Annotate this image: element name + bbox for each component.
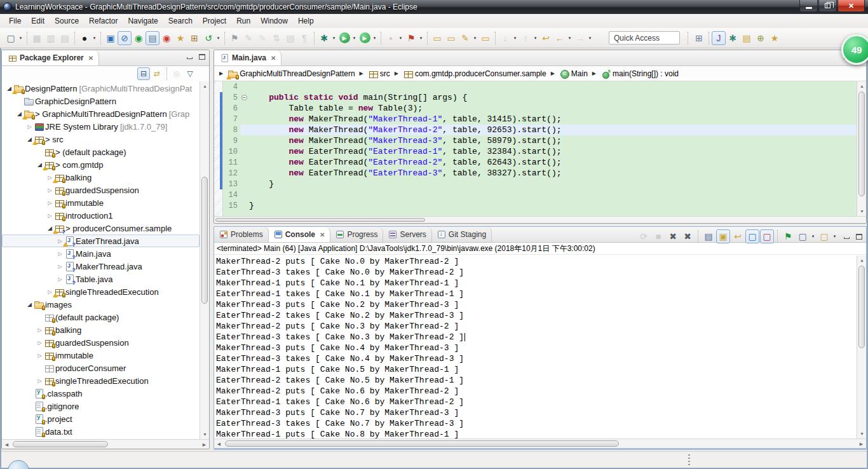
- scrollbar-thumb[interactable]: [215, 218, 425, 222]
- menu-file[interactable]: File: [4, 15, 26, 27]
- new-wizard-icon[interactable]: ▢: [4, 31, 18, 45]
- team-perspective-icon[interactable]: ★: [768, 31, 782, 45]
- scroll-left-icon[interactable]: ◀: [214, 439, 224, 449]
- tree-item-makerthread.java[interactable]: ▷?MakerThread.java: [2, 260, 200, 273]
- profile-dropdown-icon[interactable]: ▾: [418, 36, 424, 41]
- collapsed-arrow-icon[interactable]: ▷: [46, 200, 54, 206]
- open-type-icon[interactable]: ★: [173, 31, 187, 45]
- tree-item-com.gmtdp[interactable]: ◢> com.gmtdp: [2, 158, 200, 171]
- scroll-down-icon[interactable]: ▼: [857, 207, 867, 216]
- collapsed-arrow-icon[interactable]: ▷: [36, 353, 44, 358]
- back-dropdown-icon[interactable]: ▾: [567, 36, 573, 41]
- menu-refactor[interactable]: Refactor: [84, 15, 123, 27]
- open-resource-icon[interactable]: ▭: [430, 31, 444, 45]
- code-line-4[interactable]: 4: [214, 81, 857, 92]
- package-explorer-tree[interactable]: ◢DesignPattern[GraphicMultiThreadDesignP…: [2, 81, 200, 439]
- tree-item-singlethreadedexecution[interactable]: ▷singleThreadedExecution: [2, 374, 200, 387]
- collapsed-arrow-icon[interactable]: ▷: [36, 327, 44, 333]
- tab-close-icon[interactable]: ✕: [320, 231, 325, 238]
- explorer-horizontal-scrollbar[interactable]: ◀ ▶: [2, 439, 209, 449]
- menu-run[interactable]: Run: [231, 15, 255, 27]
- scrollbar-thumb[interactable]: [201, 177, 208, 304]
- tree-item-table.java[interactable]: ▷?Table.java: [2, 273, 200, 285]
- open-file-icon[interactable]: ▭: [478, 31, 492, 45]
- collapsed-arrow-icon[interactable]: ▷: [56, 251, 64, 257]
- scroll-lock-icon[interactable]: ▣: [716, 229, 730, 243]
- git-perspective-icon[interactable]: ⊕: [754, 31, 768, 45]
- collapsed-arrow-icon[interactable]: ▷: [56, 264, 64, 269]
- scroll-left-icon[interactable]: ◀: [2, 440, 11, 449]
- open-console-dropdown-icon[interactable]: ▾: [832, 234, 837, 239]
- resource-perspective-icon[interactable]: ▤: [740, 31, 754, 45]
- tab-close-icon[interactable]: ✕: [271, 55, 276, 62]
- code-line-15[interactable]: 15}: [214, 200, 857, 211]
- breadcrumb-item[interactable]: main(String[]) : void: [599, 68, 681, 79]
- menu-window[interactable]: Window: [255, 15, 293, 27]
- java-perspective-icon[interactable]: J: [712, 31, 726, 45]
- collapsed-arrow-icon[interactable]: ▷: [36, 378, 44, 384]
- tree-item-default-package[interactable]: (default package): [2, 311, 200, 323]
- collapsed-arrow-icon[interactable]: ▷: [46, 187, 54, 193]
- show-stdout-icon[interactable]: ▢: [745, 229, 759, 243]
- debug-perspective-icon[interactable]: ✱: [726, 31, 740, 45]
- code-line-11[interactable]: 11 new EaterThread("EaterThread-2", tabl…: [214, 157, 857, 168]
- tree-item-src[interactable]: ◢> src: [2, 133, 200, 146]
- garbage-collect-dropdown-icon[interactable]: ▾: [215, 36, 221, 41]
- garbage-collect-icon[interactable]: ↺: [201, 31, 215, 45]
- tree-item-images[interactable]: ◢images: [2, 298, 200, 311]
- user-profile-dropdown-icon[interactable]: ▾: [92, 36, 97, 41]
- last-edit-location-icon[interactable]: ↩: [539, 31, 553, 45]
- tab-progress[interactable]: Progress: [330, 227, 383, 242]
- overlay-badge[interactable]: 49: [841, 34, 868, 65]
- collapsed-arrow-icon[interactable]: ▷: [25, 124, 34, 130]
- breadcrumb-item[interactable]: GraphicMultiThreadDesignPattern: [226, 68, 356, 79]
- minimize-button[interactable]: [799, 0, 818, 12]
- pointer-mode-icon[interactable]: ⊘: [118, 31, 132, 45]
- tree-item-producerconsumer.sample[interactable]: ◢?> producerConsumer.sample: [2, 222, 200, 234]
- fold-minus-icon[interactable]: −: [241, 95, 247, 100]
- view-minimize-button[interactable]: [185, 53, 194, 61]
- code-line-13[interactable]: 13 }: [214, 179, 857, 189]
- fold-collapse-icon[interactable]: −: [240, 92, 249, 103]
- clear-console-icon[interactable]: ▤: [702, 229, 715, 243]
- collapsed-arrow-icon[interactable]: ▷: [56, 276, 64, 282]
- coverage-icon[interactable]: ▶: [358, 31, 372, 45]
- scrollbar-thumb[interactable]: [858, 266, 865, 348]
- code-line-12[interactable]: 12 new EaterThread("EaterThread-3", tabl…: [214, 168, 857, 179]
- profile-icon[interactable]: ⚑: [404, 31, 418, 45]
- scroll-right-icon[interactable]: ▶: [857, 439, 866, 449]
- run-icon[interactable]: ▶: [337, 31, 351, 45]
- next-annotation-dropdown-icon[interactable]: ▾: [512, 36, 518, 41]
- console-vertical-scrollbar[interactable]: ▲ ▼: [857, 255, 866, 438]
- tree-item-main.java[interactable]: ▷?Main.java: [2, 247, 200, 260]
- tree-item-eaterthread.java[interactable]: ▷?EaterThread.java: [2, 234, 200, 247]
- toggle-mark-occurrences-dropdown-icon[interactable]: ▾: [472, 36, 478, 41]
- tree-item-immutable[interactable]: ▷immutable: [2, 349, 200, 362]
- view-maximize-button[interactable]: [198, 53, 207, 61]
- tree-item-graphicmultithreaddesignpattern[interactable]: ◢> GraphicMultiThreadDesignPattern[Grap: [2, 107, 200, 120]
- console-minimize-button[interactable]: [842, 233, 851, 241]
- menu-edit[interactable]: Edit: [26, 15, 50, 27]
- remove-launch-icon[interactable]: ✖: [666, 229, 680, 243]
- word-wrap-icon[interactable]: ↩: [731, 229, 745, 243]
- code-editor[interactable]: 45− public static void main(String[] arg…: [214, 81, 857, 216]
- show-view-icon[interactable]: ▤: [146, 31, 159, 45]
- run-dropdown-icon[interactable]: ▾: [351, 36, 357, 41]
- profile-mode-icon[interactable]: ◉: [159, 31, 173, 45]
- collapsed-arrow-icon[interactable]: ▷: [46, 213, 54, 219]
- restore-button[interactable]: [818, 0, 837, 12]
- display-console-dropdown-icon[interactable]: ▾: [810, 234, 816, 239]
- show-stderr-icon[interactable]: ▢: [760, 229, 774, 243]
- open-task-icon[interactable]: ▭: [444, 31, 458, 45]
- menu-source[interactable]: Source: [50, 15, 84, 27]
- coverage-dropdown-icon[interactable]: ▾: [372, 36, 377, 41]
- toggle-mark-occurrences-icon[interactable]: ✎: [458, 31, 472, 45]
- link-with-editor-icon[interactable]: ⇄: [151, 67, 163, 80]
- collapsed-arrow-icon[interactable]: ▷: [36, 340, 44, 346]
- scroll-down-icon[interactable]: ▼: [857, 429, 867, 438]
- code-line-8[interactable]: 8 new MakerThread("MakerThread-2", table…: [214, 125, 857, 135]
- tree-item-balking[interactable]: ▷balking: [2, 171, 200, 184]
- editor-vertical-scrollbar[interactable]: ▲ ▼: [857, 81, 866, 216]
- remove-all-terminated-icon[interactable]: ✖: [681, 229, 695, 243]
- tree-item-data.txt[interactable]: data.txt: [2, 425, 200, 438]
